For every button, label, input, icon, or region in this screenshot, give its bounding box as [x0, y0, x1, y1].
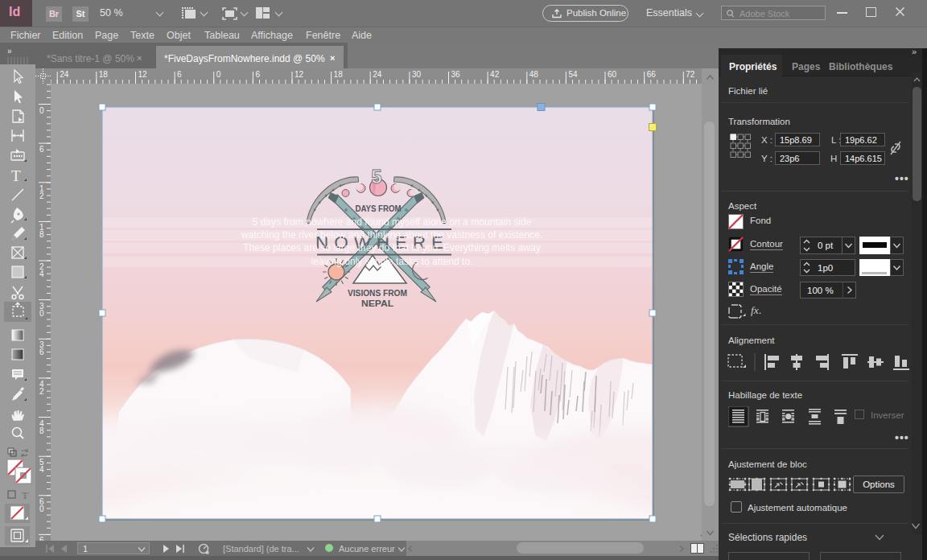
svg-text:0: 0 [216, 70, 221, 79]
svg-text:4: 4 [39, 465, 44, 474]
svg-text:6: 6 [39, 348, 44, 356]
svg-text:42: 42 [490, 70, 500, 79]
svg-text:0: 0 [39, 106, 44, 115]
svg-text:30: 30 [412, 70, 422, 79]
svg-text:2: 2 [39, 387, 44, 396]
svg-text:T: T [22, 490, 28, 501]
svg-text:6: 6 [177, 70, 182, 79]
svg-text:0: 0 [39, 504, 44, 513]
svg-text:24: 24 [373, 70, 382, 79]
svg-text:18: 18 [99, 70, 109, 79]
svg-text:0: 0 [39, 309, 44, 318]
svg-text:48: 48 [529, 70, 539, 79]
svg-text:6: 6 [39, 145, 44, 154]
svg-text:66: 66 [647, 70, 657, 79]
svg-text:8: 8 [39, 230, 44, 239]
svg-text:24: 24 [60, 70, 69, 79]
svg-text:T: T [11, 167, 21, 184]
svg-text:2: 2 [39, 191, 44, 200]
svg-text:12: 12 [295, 70, 304, 79]
svg-text:12: 12 [138, 70, 148, 79]
svg-text:4: 4 [39, 270, 44, 278]
svg-text:8: 8 [39, 426, 44, 435]
svg-text:60: 60 [608, 70, 617, 79]
svg-text:18: 18 [334, 70, 344, 79]
svg-text:36: 36 [451, 70, 461, 79]
svg-text:72: 72 [686, 70, 695, 79]
svg-text:6: 6 [255, 70, 260, 79]
svg-text:54: 54 [568, 70, 578, 79]
